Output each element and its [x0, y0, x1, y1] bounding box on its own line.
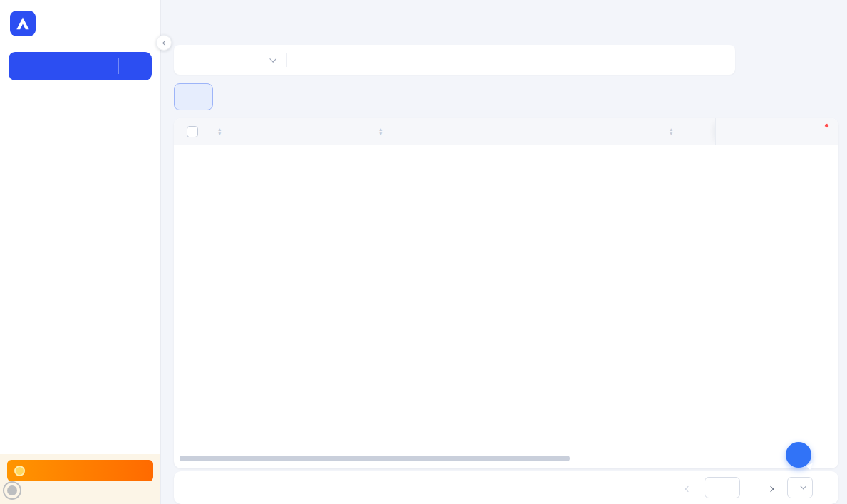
- support-float-button[interactable]: [786, 442, 811, 468]
- column-header-action: [715, 118, 838, 145]
- group-filter-dropdown[interactable]: [174, 45, 286, 75]
- sort-icon[interactable]: ▲▼: [669, 127, 673, 136]
- table-header: ▲▼ ▲▼ ▲▼: [174, 118, 838, 145]
- environments-table: ▲▼ ▲▼ ▲▼: [174, 118, 838, 468]
- window-icon: [185, 91, 197, 103]
- search-input[interactable]: [320, 53, 705, 66]
- main-content: ▲▼ ▲▼ ▲▼: [162, 0, 847, 504]
- horizontal-scrollbar[interactable]: [180, 456, 570, 461]
- plus-icon[interactable]: [119, 59, 152, 73]
- divider: [286, 53, 287, 67]
- column-header-note[interactable]: ▲▼: [657, 118, 715, 145]
- toolbar-left: [174, 83, 213, 110]
- headset-icon: [792, 448, 806, 462]
- sort-icon[interactable]: ▲▼: [378, 127, 383, 136]
- adspower-app: ▲▼ ▲▼ ▲▼: [0, 0, 847, 504]
- column-settings-icon[interactable]: [814, 126, 826, 137]
- page-input[interactable]: [705, 477, 740, 498]
- promo-banner[interactable]: [7, 460, 153, 481]
- column-header-platform: [502, 118, 657, 145]
- search-bar: [174, 45, 735, 75]
- batch-open-button[interactable]: [174, 83, 213, 110]
- sidebar: [0, 0, 161, 504]
- chevron-down-icon: [800, 483, 806, 489]
- prev-page-button[interactable]: [686, 483, 690, 493]
- page-size-select[interactable]: [787, 477, 813, 498]
- column-header-group: [289, 118, 360, 145]
- column-header-name[interactable]: ▲▼: [360, 118, 502, 145]
- sidebar-bottom: [0, 454, 160, 504]
- logo: [0, 0, 160, 36]
- next-page-button[interactable]: [769, 483, 773, 493]
- toolbar: [174, 81, 838, 112]
- select-all-checkbox[interactable]: [187, 126, 198, 137]
- coin-icon: [14, 466, 25, 476]
- new-browser-button[interactable]: [9, 52, 152, 80]
- column-header-id[interactable]: ▲▼: [205, 118, 289, 145]
- search-icon: [300, 53, 313, 66]
- pagination: [174, 471, 838, 504]
- sidebar-collapse-button[interactable]: [156, 35, 172, 51]
- notification-dot: [824, 123, 829, 128]
- adspower-logo-icon: [10, 11, 36, 36]
- chevron-down-icon: [269, 55, 276, 62]
- chevron-left-icon: [162, 40, 167, 45]
- sort-icon[interactable]: ▲▼: [217, 127, 222, 136]
- filter-sliders-icon[interactable]: [711, 53, 724, 66]
